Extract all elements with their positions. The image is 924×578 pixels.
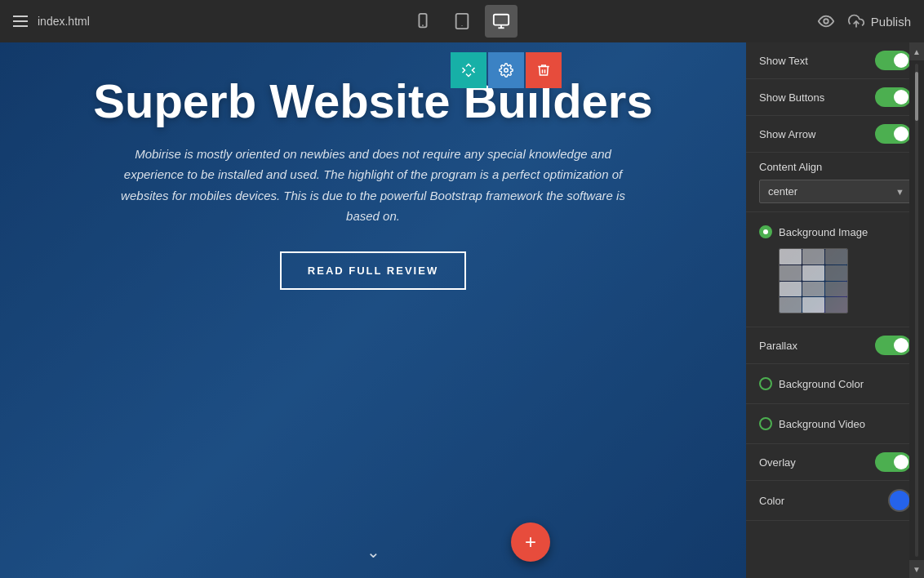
background-image-section: Background Image (746, 212, 924, 327)
hero-subtitle: Mobirise is mostly oriented on newbies a… (120, 144, 626, 227)
background-color-radio-row: Background Color (759, 372, 911, 395)
show-arrow-slider (875, 124, 911, 144)
delete-section-button[interactable] (526, 52, 562, 88)
parallax-toggle[interactable] (875, 336, 911, 355)
show-buttons-toggle[interactable] (875, 87, 911, 107)
overlay-label: Overlay (759, 456, 796, 469)
background-image-label: Background Image (779, 226, 868, 238)
device-switcher (406, 5, 518, 38)
canvas-action-bar (451, 52, 562, 88)
show-text-toggle[interactable] (875, 51, 911, 70)
show-text-slider (875, 51, 911, 70)
svg-rect-4 (494, 15, 509, 25)
show-buttons-row: Show Buttons (746, 79, 924, 116)
topbar: index.html Publish (0, 0, 924, 42)
background-video-section: Background Video (746, 404, 924, 444)
scrollbar-track (915, 64, 918, 557)
color-label: Color (759, 495, 784, 507)
canvas: Superb Website Builders Mobirise is most… (0, 42, 746, 578)
svg-point-9 (504, 69, 509, 73)
tablet-device-button[interactable] (446, 5, 478, 38)
svg-point-1 (422, 24, 424, 26)
background-video-radio[interactable] (759, 417, 772, 430)
panel-scrollbar: ▲ ▼ (909, 42, 924, 578)
overlay-toggle[interactable] (875, 452, 911, 472)
show-buttons-label: Show Buttons (759, 91, 824, 104)
move-section-button[interactable] (451, 52, 486, 88)
parallax-label: Parallax (759, 340, 797, 352)
background-image-radio[interactable] (759, 225, 772, 238)
publish-button[interactable]: Publish (848, 13, 911, 29)
parallax-row: Parallax (746, 327, 924, 364)
topbar-right: Publish (817, 12, 911, 30)
content-align-select-wrapper: left center right ▼ (759, 180, 911, 203)
background-image-radio-row: Background Image (759, 220, 911, 243)
background-video-radio-row: Background Video (759, 412, 911, 435)
show-buttons-slider (875, 87, 911, 107)
settings-button[interactable] (488, 52, 524, 88)
color-picker-dot[interactable] (888, 489, 911, 512)
panel-scroll-area[interactable]: Show Text Show Buttons Show Arrow (746, 42, 924, 578)
show-arrow-toggle[interactable] (875, 124, 911, 144)
overlay-row: Overlay (746, 444, 924, 481)
color-row: Color (746, 481, 924, 521)
show-arrow-row: Show Arrow (746, 116, 924, 153)
overlay-slider (875, 452, 911, 472)
filename-label: index.html (38, 15, 90, 28)
scrollbar-thumb[interactable] (915, 72, 918, 121)
show-arrow-label: Show Arrow (759, 128, 815, 140)
svg-rect-2 (456, 14, 469, 29)
scroll-up-button[interactable]: ▲ (909, 42, 924, 60)
background-video-label: Background Video (779, 418, 865, 430)
main-area: Superb Website Builders Mobirise is most… (0, 42, 924, 578)
show-text-label: Show Text (759, 55, 808, 67)
hero-cta-button[interactable]: READ FULL REVIEW (280, 251, 466, 290)
content-align-label: Content Align (759, 161, 911, 173)
preview-button[interactable] (817, 12, 835, 30)
background-color-label: Background Color (779, 378, 864, 390)
background-image-thumbnail[interactable] (779, 248, 848, 313)
scroll-down-button[interactable]: ▼ (909, 560, 924, 578)
content-align-select[interactable]: left center right (759, 180, 911, 203)
background-color-section: Background Color (746, 364, 924, 404)
add-section-fab[interactable]: + (511, 522, 550, 562)
mobile-device-button[interactable] (406, 5, 439, 38)
content-align-section: Content Align left center right ▼ (746, 153, 924, 212)
show-text-row: Show Text (746, 42, 924, 79)
parallax-slider (875, 336, 911, 355)
side-panel: Show Text Show Buttons Show Arrow (746, 42, 924, 578)
background-color-radio[interactable] (759, 377, 772, 390)
desktop-device-button[interactable] (485, 5, 518, 38)
cloud-upload-icon (848, 13, 864, 29)
hamburger-menu-icon[interactable] (13, 16, 28, 27)
svg-point-7 (824, 19, 828, 24)
canvas-content: Superb Website Builders Mobirise is most… (0, 42, 746, 578)
hero-title: Superb Website Builders (93, 75, 652, 127)
